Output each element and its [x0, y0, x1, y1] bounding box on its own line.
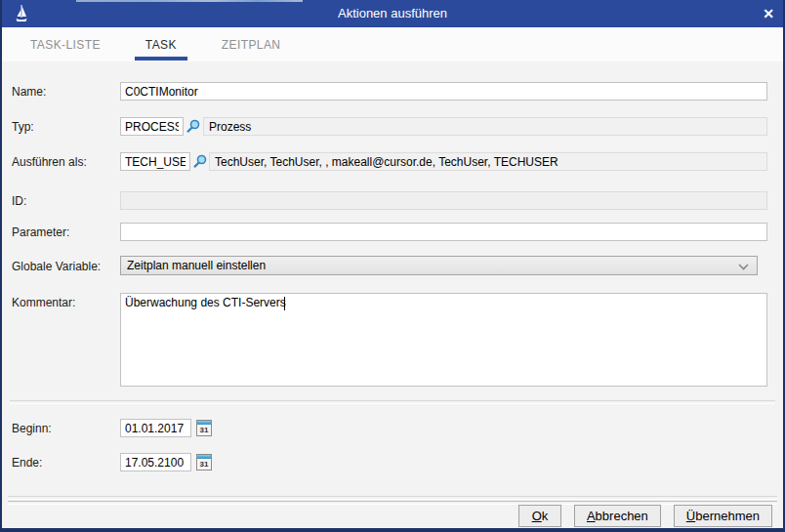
typ-label: Typ: — [12, 120, 34, 134]
close-icon[interactable]: ✕ — [763, 5, 774, 22]
parameter-input[interactable] — [120, 223, 767, 241]
comment-label: Kommentar: — [12, 296, 75, 309]
window-title: Aktionen ausführen — [0, 6, 785, 20]
typ-code-input[interactable] — [120, 117, 184, 136]
tab-zeitplan[interactable]: ZEITPLAN — [211, 27, 292, 61]
name-input[interactable] — [120, 82, 767, 101]
tab-bar: TASK-LISTE TASK ZEITPLAN — [0, 27, 783, 61]
calendar-icon-day: 31 — [197, 425, 211, 435]
parameter-label: Parameter: — [12, 225, 69, 239]
tab-task-liste[interactable]: TASK-LISTE — [20, 27, 111, 61]
window-border-left — [0, 0, 2, 532]
global-variable-dropdown[interactable]: Zeitplan manuell einstellen — [120, 256, 758, 275]
comment-container: Überwachung des CTI-Servers — [120, 293, 767, 387]
comment-textarea[interactable]: Überwachung des CTI-Servers — [120, 293, 767, 387]
global-variable-label: Globale Variable: — [12, 260, 101, 273]
tab-task[interactable]: TASK — [135, 27, 187, 61]
end-date-input[interactable] — [120, 453, 191, 471]
typ-description: Prozess — [203, 117, 767, 136]
run-as-lookup-magnifier-icon[interactable] — [193, 154, 207, 168]
cancel-button[interactable]: Abbrechen — [574, 505, 661, 527]
apply-button[interactable]: Übernehmen — [674, 505, 772, 527]
end-label: Ende: — [12, 456, 42, 470]
begin-date-input[interactable] — [120, 419, 191, 437]
id-input — [120, 191, 767, 210]
begin-label: Beginn: — [12, 422, 52, 435]
ok-button[interactable]: Ok — [518, 505, 561, 527]
calendar-icon-day: 31 — [197, 459, 211, 470]
run-as-label: Ausführen als: — [12, 155, 87, 169]
global-variable-selected: Zeitplan manuell einstellen — [127, 259, 266, 272]
button-bar: Ok Abbrechen Übernehmen — [518, 505, 772, 527]
chevron-down-icon — [738, 264, 749, 270]
run-as-description: TechUser, TechUser, , makeall@cursor.de,… — [209, 152, 767, 171]
id-label: ID: — [12, 194, 26, 208]
title-bar[interactable]: Aktionen ausführen ✕ — [0, 0, 785, 27]
background-window-edge — [76, 0, 303, 2]
text-caret — [284, 297, 285, 310]
typ-lookup-magnifier-icon[interactable] — [186, 119, 200, 133]
name-label: Name: — [12, 85, 46, 99]
run-as-code-input[interactable] — [120, 152, 190, 171]
end-calendar-icon[interactable]: 31 — [196, 454, 212, 471]
aktionen-ausfuehren-dialog: Aktionen ausführen ✕ TASK-LISTE TASK ZEI… — [0, 0, 785, 532]
section-divider — [10, 400, 775, 404]
begin-calendar-icon[interactable]: 31 — [196, 420, 212, 436]
window-border-bottom — [0, 528, 785, 532]
footer-groove-line — [8, 496, 777, 500]
